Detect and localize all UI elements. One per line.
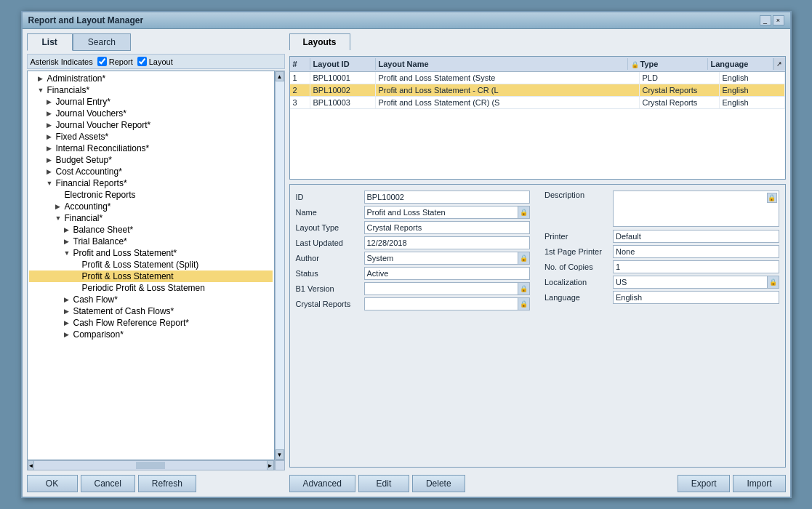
title-controls: _ × bbox=[760, 15, 784, 25]
tree-item-cash-flow[interactable]: ▶Cash Flow* bbox=[29, 294, 273, 305]
layout-type-value[interactable]: Crystal Reports bbox=[364, 221, 531, 234]
scroll-down-arrow[interactable]: ▼ bbox=[276, 449, 284, 460]
tree-arrow-cost-accounting: ▶ bbox=[47, 168, 54, 175]
status-value[interactable]: Active bbox=[364, 267, 531, 280]
scroll-left-arrow[interactable]: ◄ bbox=[28, 460, 35, 470]
tree-arrow-journal-voucher-report: ▶ bbox=[47, 121, 54, 129]
b1version-input[interactable]: 🔒 bbox=[364, 282, 531, 295]
import-button[interactable]: Import bbox=[733, 475, 785, 492]
tree-label-financials: Financials* bbox=[47, 85, 90, 95]
layout-checkbox-label[interactable]: Layout bbox=[137, 57, 173, 66]
tree-item-statement-cash-flows[interactable]: ▶Statement of Cash Flows* bbox=[29, 305, 273, 317]
tree-item-budget-setup[interactable]: ▶Budget Setup* bbox=[29, 154, 273, 166]
action-buttons: Advanced Edit Delete bbox=[289, 475, 465, 492]
description-value[interactable]: 🔒 bbox=[613, 191, 779, 227]
layouts-tab[interactable]: Layouts bbox=[289, 33, 350, 50]
cell-language-BPL10003: English bbox=[720, 97, 785, 108]
tree-item-financials[interactable]: ▼Financials* bbox=[29, 84, 273, 96]
b1version-browse-btn[interactable]: 🔒 bbox=[518, 283, 529, 294]
tree-label-cost-accounting: Cost Accounting* bbox=[56, 167, 122, 177]
layout-checkbox[interactable] bbox=[137, 57, 147, 66]
bottom-right-buttons: Advanced Edit Delete Export Import bbox=[289, 472, 786, 492]
window-title: Report and Layout Manager bbox=[28, 15, 144, 25]
tab-list[interactable]: List bbox=[27, 33, 73, 51]
tree-label-journal-voucher-report: Journal Voucher Report* bbox=[56, 120, 151, 130]
tab-search[interactable]: Search bbox=[73, 33, 131, 51]
localization-browse-btn[interactable]: 🔒 bbox=[767, 276, 779, 288]
tree-item-pnl-main[interactable]: Profit & Loss Statement bbox=[29, 270, 273, 282]
author-input[interactable]: System 🔒 bbox=[364, 252, 531, 265]
h-scroll-thumb[interactable] bbox=[136, 462, 165, 469]
last-updated-value[interactable]: 12/28/2018 bbox=[364, 236, 531, 249]
id-value[interactable]: BPL10002 bbox=[364, 191, 531, 204]
crystal-browse-btn[interactable]: 🔒 bbox=[518, 298, 529, 310]
tree-item-accounting[interactable]: ▶Accounting* bbox=[29, 201, 273, 212]
tree-item-pnl-statement[interactable]: ▼Profit and Loss Statement* bbox=[29, 247, 273, 259]
minimize-button[interactable]: _ bbox=[760, 15, 771, 25]
tree-arrow-financials: ▼ bbox=[38, 87, 45, 94]
field-status: Status Active bbox=[296, 267, 531, 280]
description-browse-btn[interactable]: 🔒 bbox=[767, 193, 777, 203]
no-copies-value[interactable]: 1 bbox=[613, 260, 779, 273]
ok-button[interactable]: OK bbox=[27, 475, 78, 492]
tree-item-financial-reports[interactable]: ▼Financial Reports* bbox=[29, 177, 273, 189]
tree-item-journal-entry[interactable]: ▶Journal Entry* bbox=[29, 96, 273, 108]
tree-item-periodic-pnl[interactable]: Periodic Profit & Loss Statemen bbox=[29, 282, 273, 294]
author-browse-btn[interactable]: 🔒 bbox=[518, 252, 529, 264]
tree-item-cost-accounting[interactable]: ▶Cost Accounting* bbox=[29, 166, 273, 177]
tree-arrow-accounting: ▶ bbox=[55, 203, 63, 210]
field-description: Description 🔒 bbox=[544, 191, 779, 227]
tree-item-financial[interactable]: ▼Financial* bbox=[29, 212, 273, 224]
tree-arrow-financial: ▼ bbox=[55, 215, 63, 222]
cancel-button[interactable]: Cancel bbox=[81, 475, 135, 492]
tree-item-pnl-split[interactable]: Profit & Loss Statement (Split) bbox=[29, 259, 273, 270]
advanced-button[interactable]: Advanced bbox=[289, 475, 355, 492]
language-value[interactable]: English bbox=[613, 291, 779, 304]
table-row-BPL10002[interactable]: 2BPL10002Profit and Loss Statement - CR … bbox=[290, 84, 785, 97]
refresh-button[interactable]: Refresh bbox=[138, 475, 196, 492]
report-checkbox[interactable] bbox=[97, 57, 107, 66]
import-export-buttons: Export Import bbox=[678, 475, 786, 492]
scroll-right-arrow[interactable]: ► bbox=[267, 460, 274, 470]
first-page-printer-value[interactable]: None bbox=[613, 245, 779, 258]
table-row-BPL10003[interactable]: 3BPL10003Profit and Loss Statement (CR) … bbox=[290, 97, 785, 109]
tree-item-admin[interactable]: ▶Administration* bbox=[29, 73, 273, 84]
name-browse-btn[interactable]: 🔒 bbox=[518, 207, 529, 218]
bottom-buttons-left: OK Cancel Refresh bbox=[27, 470, 285, 492]
tree-arrow-admin: ▶ bbox=[38, 75, 45, 82]
tree-label-periodic-pnl: Periodic Profit & Loss Statemen bbox=[82, 283, 205, 293]
close-button[interactable]: × bbox=[773, 15, 784, 25]
scroll-up-arrow[interactable]: ▲ bbox=[276, 71, 284, 81]
main-window: Report and Layout Manager _ × List Searc… bbox=[21, 11, 792, 498]
report-checkbox-label[interactable]: Report bbox=[97, 57, 133, 66]
tree-arrow-financial-reports: ▼ bbox=[47, 180, 54, 187]
crystal-reports-input[interactable]: 🔒 bbox=[364, 297, 531, 310]
edit-button[interactable]: Edit bbox=[358, 475, 409, 492]
cell-num-BPL10003: 3 bbox=[290, 97, 310, 108]
tree-item-journal-voucher-report[interactable]: ▶Journal Voucher Report* bbox=[29, 119, 273, 131]
tree-label-journal-entry: Journal Entry* bbox=[56, 97, 110, 107]
table-scroll-icon[interactable]: ↗ bbox=[773, 58, 785, 70]
tree-item-electronic-reports[interactable]: Electronic Reports bbox=[29, 189, 273, 201]
tree-item-trial-balance[interactable]: ▶Trial Balance* bbox=[29, 236, 273, 247]
delete-button[interactable]: Delete bbox=[412, 475, 465, 492]
tree-item-balance-sheet[interactable]: ▶Balance Sheet* bbox=[29, 224, 273, 236]
tree-label-pnl-split: Profit & Loss Statement (Split) bbox=[82, 260, 199, 270]
table-row-BPL10001[interactable]: 1BPL10001Profit and Loss Statement (Syst… bbox=[290, 72, 785, 84]
tree-scrollbar-v[interactable]: ▲ ▼ bbox=[275, 71, 285, 460]
tree-item-comparison[interactable]: ▶Comparison* bbox=[29, 329, 273, 340]
tree-scrollbar-h[interactable]: ◄ ► bbox=[27, 460, 275, 470]
cell-num-BPL10001: 1 bbox=[290, 72, 310, 84]
tree-item-internal-reconciliations[interactable]: ▶Internal Reconciliations* bbox=[29, 143, 273, 154]
printer-value[interactable]: Default bbox=[613, 230, 779, 243]
tree-arrow-journal-entry: ▶ bbox=[47, 98, 54, 105]
field-language: Language English bbox=[544, 291, 779, 304]
field-localization: Localization US 🔒 bbox=[544, 276, 779, 289]
tree-label-fixed-assets: Fixed Assets* bbox=[56, 132, 109, 142]
localization-input[interactable]: US 🔒 bbox=[613, 276, 779, 289]
export-button[interactable]: Export bbox=[678, 475, 731, 492]
tree-item-cash-flow-ref[interactable]: ▶Cash Flow Reference Report* bbox=[29, 317, 273, 329]
tree-item-journal-vouchers[interactable]: ▶Journal Vouchers* bbox=[29, 108, 273, 119]
name-input[interactable]: Profit and Loss Staten 🔒 bbox=[364, 206, 531, 219]
tree-item-fixed-assets[interactable]: ▶Fixed Assets* bbox=[29, 131, 273, 143]
